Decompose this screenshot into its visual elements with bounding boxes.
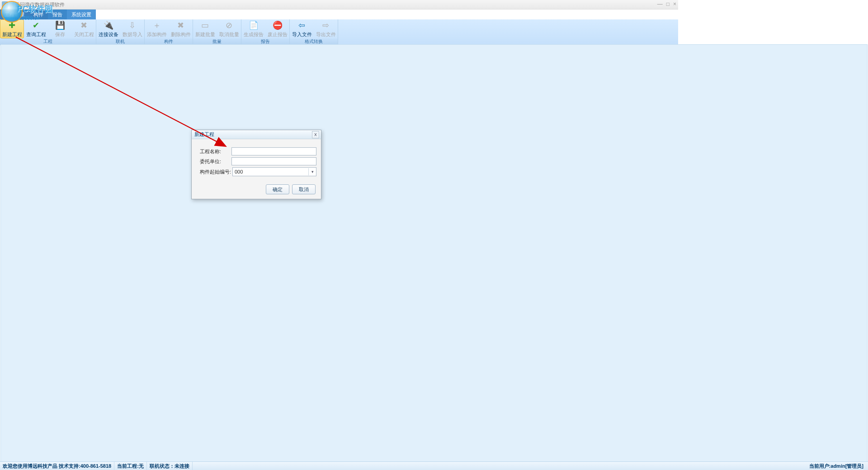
add-member-icon: ＋ xyxy=(151,20,162,30)
app-icon xyxy=(2,1,8,8)
chevron-down-icon: ▾ xyxy=(308,168,316,175)
query-project-button[interactable]: ✔查询工程 xyxy=(24,19,48,38)
ribbon-group-构件: ＋添加构件✖删除构件构件 xyxy=(145,19,193,45)
ribbon-group-label: 批量 xyxy=(193,38,241,45)
dialog-body: 工程名称: 委托单位: 构件起始编号: 000 ▾ xyxy=(192,139,321,181)
save-icon: 💾 xyxy=(55,20,66,30)
client-label: 委托单位: xyxy=(200,158,231,165)
ribbon-group-label: 报告 xyxy=(241,38,289,45)
ribbon-group-批量: ▭新建批量⊘取消批量批量 xyxy=(193,19,241,45)
connect-device-label: 连接设备 xyxy=(99,31,118,38)
cancel-batch-icon: ⊘ xyxy=(224,20,235,30)
new-project-dialog: 新建工程 x 工程名称: 委托单位: 构件起始编号: 000 ▾ 确定 取消 xyxy=(191,130,321,199)
import-data-button: ⇩数据导入 xyxy=(120,19,144,38)
connect-device-icon: 🔌 xyxy=(103,20,114,30)
dialog-ok-button[interactable]: 确定 xyxy=(266,184,289,194)
import-file-icon: ⇦ xyxy=(297,20,307,30)
query-project-icon: ✔ xyxy=(31,20,42,30)
window-close-button[interactable]: × xyxy=(673,1,676,7)
window-titlebar: 博远回弹仪数据处理软件 — □ × xyxy=(0,0,678,9)
stop-report-icon: ⛔ xyxy=(272,20,283,30)
ribbon-group-label: 工程 xyxy=(0,38,96,45)
new-project-label: 新建工程 xyxy=(2,31,22,38)
import-data-icon: ⇩ xyxy=(127,20,138,30)
ribbon-group-报告: 📄生成报告⛔废止报告报告 xyxy=(241,19,290,45)
new-batch-button: ▭新建批量 xyxy=(193,19,217,38)
add-member-label: 添加构件 xyxy=(147,31,167,38)
ribbon-toolbar: ✚新建工程✔查询工程💾保存✖关闭工程工程🔌连接设备⇩数据导入联机＋添加构件✖删除… xyxy=(0,19,678,45)
ribbon-group-联机: 🔌连接设备⇩数据导入联机 xyxy=(96,19,145,45)
window-minimize-button[interactable]: — xyxy=(657,1,663,7)
new-project-icon: ✚ xyxy=(7,20,18,30)
cancel-batch-label: 取消批量 xyxy=(219,31,239,38)
menu-member[interactable]: 构件 xyxy=(29,9,48,19)
save-button: 💾保存 xyxy=(48,19,72,38)
export-file-icon: ⇨ xyxy=(321,20,331,30)
delete-member-icon: ✖ xyxy=(175,20,186,30)
ribbon-group-格式转换: ⇦导入文件⇨导出文件格式转换 xyxy=(290,19,338,45)
import-file-button[interactable]: ⇦导入文件 xyxy=(290,19,314,38)
new-batch-label: 新建批量 xyxy=(195,31,215,38)
project-name-label: 工程名称: xyxy=(200,148,231,155)
delete-member-button: ✖删除构件 xyxy=(169,19,193,38)
gen-report-icon: 📄 xyxy=(248,20,259,30)
gen-report-button: 📄生成报告 xyxy=(241,19,265,38)
query-project-label: 查询工程 xyxy=(26,31,46,38)
stop-report-button: ⛔废止报告 xyxy=(265,19,289,38)
project-name-input[interactable] xyxy=(231,147,316,155)
ribbon-group-label: 格式转换 xyxy=(290,38,338,45)
dialog-close-button[interactable]: x xyxy=(312,131,319,138)
import-file-label: 导入文件 xyxy=(292,31,312,38)
connect-device-button[interactable]: 🔌连接设备 xyxy=(96,19,120,38)
add-member-button: ＋添加构件 xyxy=(145,19,169,38)
stop-report-label: 废止报告 xyxy=(268,31,288,38)
start-no-label: 构件起始编号: xyxy=(200,169,232,175)
client-input[interactable] xyxy=(231,157,316,165)
window-buttons: — □ × xyxy=(657,1,676,7)
close-project-button: ✖关闭工程 xyxy=(72,19,96,38)
import-data-label: 数据导入 xyxy=(123,31,142,38)
close-project-icon: ✖ xyxy=(79,20,90,30)
new-batch-icon: ▭ xyxy=(200,20,211,30)
gen-report-label: 生成报告 xyxy=(244,31,264,38)
dialog-title-text: 新建工程 xyxy=(194,131,214,138)
menu-bar: 工程管理 构件 报告 系统设置 xyxy=(0,9,678,19)
dialog-titlebar[interactable]: 新建工程 x xyxy=(192,130,321,139)
delete-member-label: 删除构件 xyxy=(171,31,191,38)
export-file-label: 导出文件 xyxy=(316,31,336,38)
ribbon-group-label: 联机 xyxy=(96,38,144,45)
start-no-value: 000 xyxy=(235,169,243,174)
window-title: 博远回弹仪数据处理软件 xyxy=(10,1,65,8)
menu-project[interactable]: 工程管理 xyxy=(0,9,29,19)
start-no-combo[interactable]: 000 ▾ xyxy=(232,167,316,176)
new-project-button[interactable]: ✚新建工程 xyxy=(0,19,24,38)
window-maximize-button[interactable]: □ xyxy=(666,1,670,7)
menu-report[interactable]: 报告 xyxy=(48,9,67,19)
cancel-batch-button: ⊘取消批量 xyxy=(217,19,241,38)
ribbon-group-label: 构件 xyxy=(145,38,193,45)
dialog-cancel-button[interactable]: 取消 xyxy=(292,184,316,194)
export-file-button: ⇨导出文件 xyxy=(314,19,338,38)
ribbon-group-工程: ✚新建工程✔查询工程💾保存✖关闭工程工程 xyxy=(0,19,96,45)
save-label: 保存 xyxy=(55,31,65,38)
menu-system[interactable]: 系统设置 xyxy=(67,9,96,19)
close-project-label: 关闭工程 xyxy=(74,31,94,38)
workspace-area xyxy=(0,44,678,375)
